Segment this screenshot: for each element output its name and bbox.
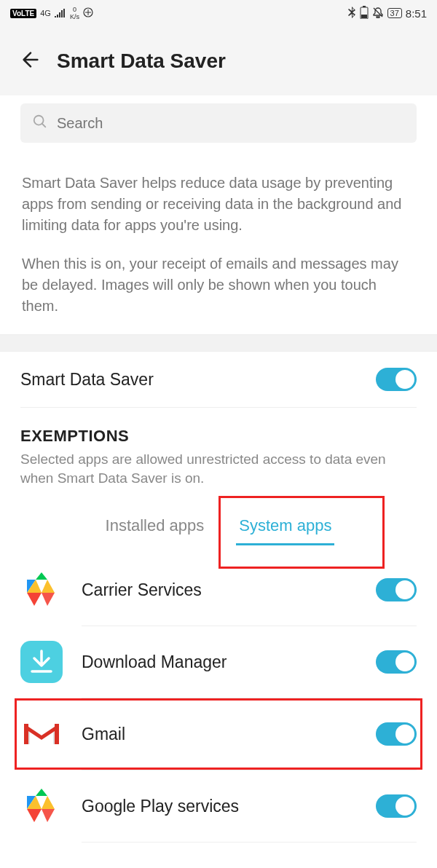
bluetooth-icon [348, 7, 356, 20]
app-name: Gmail [82, 725, 357, 744]
data-icon [83, 7, 93, 20]
main-toggle-label: Smart Data Saver [20, 370, 154, 390]
app-row-download-manager: Download Manager [20, 626, 417, 698]
page-title: Smart Data Saver [57, 50, 226, 73]
app-list: Carrier Services Download Manager Gmail … [0, 547, 437, 843]
carrier-services-icon [20, 569, 63, 611]
description-p2: When this is on, your receipt of emails … [22, 253, 415, 317]
app-name: Google Play services [82, 797, 357, 816]
exemptions-title: EXEMPTIONS [20, 427, 417, 446]
app-row-gmail: Gmail [20, 698, 417, 770]
volte-badge: VoLTE [10, 9, 36, 18]
tabs: Installed apps System apps [0, 494, 437, 547]
status-bar: VoLTE 4G 0 K/s 37 8:51 [0, 0, 437, 26]
search-bar[interactable] [20, 103, 417, 143]
app-row-google-play-services: Google Play services [20, 770, 417, 842]
signal-icon [55, 7, 66, 20]
dnd-icon [372, 7, 384, 20]
gmail-icon [20, 713, 63, 755]
app-toggle-carrier-services[interactable] [376, 578, 417, 601]
google-play-services-icon [20, 785, 63, 827]
app-name: Download Manager [82, 652, 357, 672]
search-icon [32, 114, 48, 133]
svg-rect-3 [361, 15, 367, 18]
tab-installed-apps[interactable]: Installed apps [103, 510, 208, 541]
exemptions-subtitle: Selected apps are allowed unrestricted a… [20, 450, 417, 487]
main-toggle-row[interactable]: Smart Data Saver [0, 352, 437, 407]
app-toggle-download-manager[interactable] [376, 650, 417, 674]
search-input[interactable] [57, 115, 405, 132]
data-speed: 0 K/s [70, 6, 79, 20]
battery-percent: 37 [387, 8, 402, 18]
clock: 8:51 [406, 7, 427, 20]
description: Smart Data Saver helps reduce data usage… [0, 151, 437, 334]
app-toggle-google-play-services[interactable] [376, 794, 417, 818]
header: Smart Data Saver [0, 26, 437, 95]
exemptions-header: EXEMPTIONS Selected apps are allowed unr… [0, 408, 437, 494]
app-row-carrier-services: Carrier Services [20, 554, 417, 626]
section-gap [0, 334, 437, 352]
network-indicator: 4G [40, 9, 51, 17]
divider [82, 842, 417, 843]
battery-icon [360, 6, 369, 21]
main-toggle-switch[interactable] [376, 368, 417, 391]
svg-rect-2 [363, 6, 366, 7]
description-p1: Smart Data Saver helps reduce data usage… [22, 173, 415, 236]
download-manager-icon [20, 641, 63, 683]
tab-system-apps[interactable]: System apps [236, 510, 334, 541]
app-toggle-gmail[interactable] [376, 722, 417, 746]
app-name: Carrier Services [82, 580, 357, 600]
back-icon[interactable] [20, 50, 41, 73]
